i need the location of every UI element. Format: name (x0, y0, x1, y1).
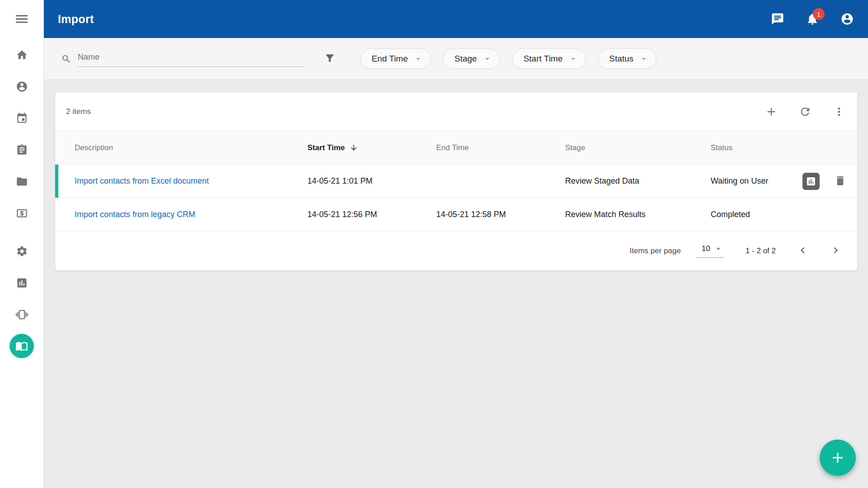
chevron-left-icon (797, 244, 809, 256)
sidebar-item-billing[interactable] (0, 197, 44, 229)
home-icon (16, 49, 28, 61)
menu-icon (14, 11, 29, 27)
plus-icon (829, 449, 846, 466)
column-label: End Time (436, 143, 469, 152)
row-delete-button[interactable] (834, 175, 846, 188)
card-toolbar: 2 items (55, 92, 857, 131)
search-field (61, 51, 305, 67)
app-header: Import 1 (44, 0, 868, 38)
sidebar-item-notifications[interactable] (0, 298, 44, 330)
column-label: Status (711, 143, 732, 152)
sidebar-item-account[interactable] (0, 71, 44, 102)
page-title: Import (58, 13, 94, 26)
page-range-label: 1 - 2 of 2 (745, 246, 776, 256)
chat-button[interactable] (770, 12, 785, 26)
column-header-start-time[interactable]: Start Time (307, 143, 436, 152)
table-row: Import contacts from Excel document 14-0… (55, 165, 857, 198)
chevron-down-icon (714, 244, 723, 253)
account-icon (16, 81, 28, 93)
sidebar-nav (0, 39, 44, 362)
content-area: 2 items Descr (44, 80, 868, 488)
active-item-circle (9, 334, 34, 358)
sidebar-item-home[interactable] (0, 39, 44, 71)
row-description-link[interactable]: Import contacts from Excel document (75, 176, 209, 185)
column-header-description[interactable]: Description (75, 143, 307, 152)
chip-label: End Time (372, 54, 408, 64)
notification-badge: 1 (813, 8, 825, 20)
sidebar-item-import[interactable] (0, 330, 44, 362)
table-header-row: Description Start Time End Time Stage St… (55, 131, 857, 165)
account-button[interactable] (840, 12, 854, 26)
chevron-down-icon (639, 54, 649, 64)
menu-button[interactable] (0, 0, 43, 38)
search-input[interactable] (77, 51, 305, 67)
page-size-select[interactable]: 10 (696, 244, 724, 258)
page-size-value: 10 (702, 244, 710, 253)
row-description-link[interactable]: Import contacts from legacy CRM (75, 210, 195, 219)
import-book-icon (15, 340, 28, 352)
previous-page-button[interactable] (797, 244, 809, 258)
sidebar (0, 0, 44, 488)
add-import-fab[interactable] (820, 440, 856, 476)
search-icon (61, 54, 71, 64)
more-button[interactable] (833, 105, 845, 118)
chip-label: Status (609, 54, 634, 64)
column-header-stage[interactable]: Stage (565, 143, 711, 152)
row-start-time: 14-05-21 1:01 PM (307, 176, 436, 186)
notifications-button[interactable]: 1 (805, 12, 820, 26)
chevron-down-icon (413, 54, 423, 64)
row-end-time: 14-05-21 12:58 PM (436, 210, 565, 219)
chart-icon (806, 176, 816, 187)
table-row: Import contacts from legacy CRM 14-05-21… (55, 198, 857, 232)
filter-funnel-icon (324, 52, 335, 64)
chevron-right-icon (830, 244, 842, 256)
card-actions (765, 105, 845, 118)
sidebar-item-reports[interactable] (0, 267, 44, 298)
filter-chip-end-time[interactable]: End Time (360, 48, 431, 69)
items-count: 2 items (66, 107, 91, 116)
import-list-card: 2 items Descr (55, 92, 857, 270)
calendar-icon (16, 112, 28, 124)
chevron-down-icon (482, 54, 492, 64)
chat-icon (771, 12, 784, 26)
row-stage: Review Match Results (565, 210, 711, 219)
settings-icon (16, 245, 28, 257)
money-icon (16, 207, 28, 219)
assignment-icon (16, 144, 28, 156)
refresh-icon (799, 105, 811, 118)
add-button[interactable] (765, 105, 778, 118)
row-status: Completed (711, 210, 787, 219)
folder-icon (16, 175, 28, 188)
appbar-actions: 1 (770, 12, 854, 26)
delete-icon (834, 175, 846, 187)
filter-chip-status[interactable]: Status (598, 48, 657, 69)
reports-icon (16, 277, 28, 289)
next-page-button[interactable] (830, 244, 842, 258)
sidebar-item-calendar[interactable] (0, 102, 44, 134)
filter-chips: End Time Stage Start Time Status (360, 48, 656, 69)
column-header-end-time[interactable]: End Time (436, 143, 565, 152)
row-chart-button[interactable] (802, 173, 820, 190)
filter-toolbar: End Time Stage Start Time Status (44, 38, 868, 80)
chip-label: Stage (454, 54, 477, 64)
sidebar-item-settings[interactable] (0, 235, 44, 267)
column-label: Description (75, 143, 113, 152)
filter-chip-start-time[interactable]: Start Time (512, 48, 586, 69)
row-actions (787, 173, 846, 190)
plus-icon (765, 105, 778, 118)
row-stage: Review Staged Data (565, 176, 711, 186)
items-per-page-label: Items per page (630, 246, 681, 256)
filter-button[interactable] (324, 52, 335, 65)
main-area: Import 1 (44, 0, 868, 488)
row-status: Waiting on User (711, 176, 787, 186)
refresh-button[interactable] (799, 105, 811, 118)
row-start-time: 14-05-21 12:56 PM (307, 210, 436, 219)
sidebar-item-files[interactable] (0, 166, 44, 197)
more-vert-icon (833, 105, 845, 118)
filter-chip-stage[interactable]: Stage (443, 48, 500, 69)
chevron-down-icon (568, 54, 578, 64)
column-header-status[interactable]: Status (711, 143, 787, 152)
sidebar-item-assignments[interactable] (0, 134, 44, 166)
account-circle-icon (840, 12, 854, 26)
sort-desc-icon (349, 143, 358, 152)
